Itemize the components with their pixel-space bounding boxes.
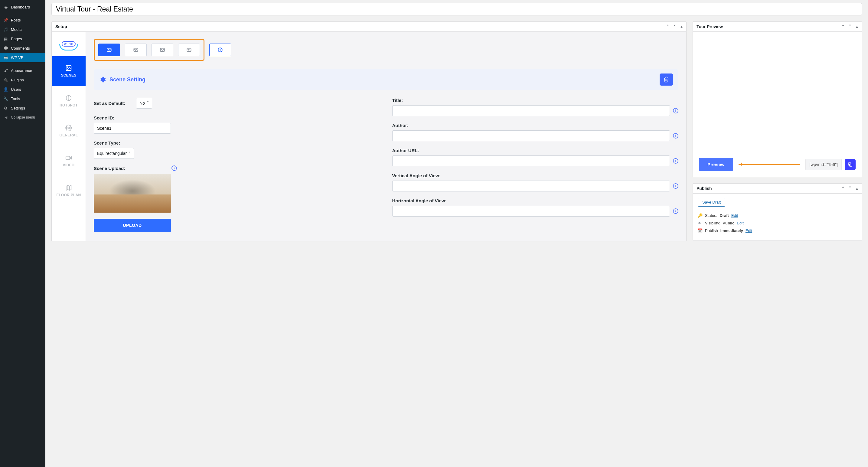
scene-form: Set as Default: No ˅ Scene ID: Scene Typ… <box>94 98 678 232</box>
scene-thumb-strip <box>94 39 678 61</box>
info-icon[interactable]: i <box>673 208 678 214</box>
video-icon <box>65 155 72 161</box>
scene-thumb-4[interactable] <box>178 43 200 56</box>
wpvr-logo-icon: WP VR <box>59 38 78 49</box>
pin-icon: 📌 <box>3 18 8 22</box>
sidebar-item-label: Dashboard <box>11 5 30 9</box>
sidebar-item-comments[interactable]: 💬 Comments <box>0 43 45 53</box>
trash-icon <box>663 76 669 83</box>
visibility-row: 👁 Visibility: Public Edit <box>698 221 857 225</box>
image-icon <box>133 47 138 53</box>
scene-thumb-group-highlight <box>94 39 205 61</box>
copy-shortcode-button[interactable] <box>845 159 856 170</box>
sidebar-item-label: Collapse menu <box>11 115 35 120</box>
scene-type-select[interactable]: Equirectangular ˅ <box>94 148 134 159</box>
scene-upload-label: Scene Upload: <box>94 166 168 171</box>
chevron-up-icon[interactable]: ˄ <box>842 24 844 29</box>
info-icon[interactable]: i <box>673 108 678 114</box>
sidebar-item-media[interactable]: 🎵 Media <box>0 25 45 34</box>
scene-thumb-3[interactable] <box>152 43 173 56</box>
sidebar-item-plugins[interactable]: 🔌 Plugins <box>0 75 45 85</box>
svg-point-11 <box>161 49 162 50</box>
svg-rect-5 <box>66 156 70 160</box>
sidebar-item-label: Posts <box>11 18 21 22</box>
author-input[interactable] <box>392 130 670 141</box>
info-icon[interactable]: i <box>673 133 678 138</box>
author-url-label: Author URL: <box>392 148 679 153</box>
setup-postbox: Setup ˄ ˅ ▴ WP VR <box>52 22 686 241</box>
preview-button[interactable]: Preview <box>699 158 733 171</box>
wp-admin-sidebar: ◉ Dashboard 📌 Posts 🎵 Media ▤ Pages 💬 Co… <box>0 0 45 467</box>
tab-video[interactable]: VIDEO <box>52 146 86 176</box>
title-input[interactable] <box>392 105 670 116</box>
info-icon[interactable]: i <box>172 165 177 171</box>
image-icon <box>160 47 165 53</box>
sidebar-item-wpvr[interactable]: 🥽 WP VR <box>0 53 45 62</box>
svg-point-9 <box>134 49 135 50</box>
save-draft-button[interactable]: Save Draft <box>698 198 725 207</box>
copy-icon <box>847 162 853 167</box>
vav-input[interactable] <box>392 181 670 191</box>
eye-icon: 👁 <box>698 221 703 225</box>
scene-setting-label: Scene Setting <box>110 76 146 83</box>
publish-postbox: Publish ˄ ˅ ▴ Save Draft 🔑 Status: Draft <box>692 183 862 241</box>
sidebar-item-dashboard[interactable]: ◉ Dashboard <box>0 2 45 12</box>
scene-panel: Scene Setting Set as Defau <box>86 32 686 241</box>
tab-label: GENERAL <box>60 133 78 137</box>
hav-input[interactable] <box>392 206 670 217</box>
sidebar-item-users[interactable]: 👤 Users <box>0 85 45 94</box>
chevron-up-icon[interactable]: ˄ <box>842 186 844 191</box>
sidebar-item-label: Users <box>11 87 21 92</box>
info-icon[interactable]: i <box>673 158 678 164</box>
svg-point-1 <box>67 66 68 67</box>
comment-icon: 💬 <box>3 46 8 51</box>
tab-general[interactable]: GENERAL <box>52 116 86 146</box>
sidebar-item-label: Comments <box>11 46 30 51</box>
sidebar-item-settings[interactable]: ⚙ Settings <box>0 103 45 113</box>
svg-point-4 <box>68 127 69 129</box>
edit-visibility-link[interactable]: Edit <box>737 221 743 225</box>
settings-icon: ⚙ <box>3 106 8 111</box>
delete-scene-button[interactable] <box>660 73 673 86</box>
author-url-input[interactable] <box>392 155 670 166</box>
scene-thumb-add[interactable] <box>209 43 231 56</box>
tab-label: HOTSPOT <box>60 103 78 107</box>
shortcode-display: [wpvr id="156"] <box>805 159 842 170</box>
scene-id-input[interactable] <box>94 123 171 134</box>
chevron-down-icon[interactable]: ˅ <box>849 24 851 29</box>
chevron-up-icon[interactable]: ˄ <box>666 24 669 29</box>
edit-status-link[interactable]: Edit <box>731 213 738 218</box>
svg-point-13 <box>188 49 188 50</box>
edit-publish-link[interactable]: Edit <box>745 228 752 233</box>
scene-type-label: Scene Type: <box>94 141 380 146</box>
chevron-down-icon: ˅ <box>147 101 149 105</box>
tab-hotspot[interactable]: HOTSPOT <box>52 86 86 116</box>
author-label: Author: <box>392 123 679 128</box>
caret-up-icon[interactable]: ▴ <box>681 24 683 29</box>
upload-button[interactable]: UPLOAD <box>94 219 171 232</box>
collapse-icon: ◀ <box>3 115 8 120</box>
tour-preview-body: Preview [wpvr id="156"] <box>693 32 862 177</box>
post-title-input[interactable] <box>52 3 862 15</box>
scene-id-label: Scene ID: <box>94 115 380 120</box>
sidebar-item-tools[interactable]: 🔧 Tools <box>0 94 45 103</box>
image-icon <box>106 47 112 53</box>
tab-floor-plan[interactable]: FLOOR PLAN <box>52 176 86 206</box>
set-default-select[interactable]: No ˅ <box>136 98 152 108</box>
caret-up-icon[interactable]: ▴ <box>856 186 858 191</box>
chevron-down-icon[interactable]: ˅ <box>849 186 851 191</box>
sidebar-item-pages[interactable]: ▤ Pages <box>0 34 45 43</box>
caret-up-icon[interactable]: ▴ <box>856 24 858 29</box>
image-icon <box>186 47 192 53</box>
sidebar-item-posts[interactable]: 📌 Posts <box>0 15 45 25</box>
image-icon <box>65 65 72 71</box>
scene-thumb-1[interactable] <box>98 43 120 56</box>
publish-date-row: 📅 Publish immediately Edit <box>698 228 857 233</box>
sidebar-item-collapse[interactable]: ◀ Collapse menu <box>0 113 45 122</box>
sidebar-item-appearance[interactable]: 🖌 Appearance <box>0 66 45 75</box>
publish-body: Save Draft 🔑 Status: Draft Edit 👁 Visibi… <box>693 194 862 240</box>
info-icon[interactable]: i <box>673 183 678 189</box>
scene-thumb-2[interactable] <box>125 43 147 56</box>
chevron-down-icon[interactable]: ˅ <box>674 24 676 29</box>
tab-scenes[interactable]: SCENES <box>52 56 86 86</box>
